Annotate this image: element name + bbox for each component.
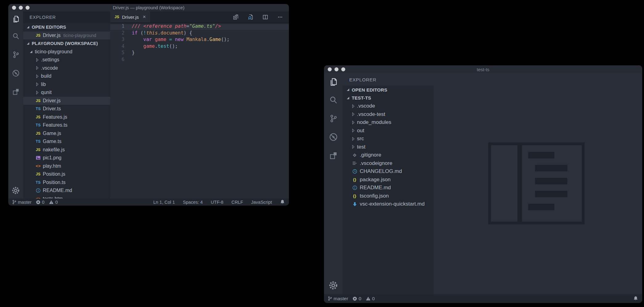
errors-icon — [36, 200, 40, 204]
tree-item-settings[interactable]: .settings — [23, 56, 110, 64]
js-file-icon: JS — [115, 15, 119, 19]
extensions-icon[interactable] — [8, 82, 23, 101]
settings-gear-icon[interactable] — [8, 186, 23, 195]
tree-section-open-editors[interactable]: OPEN EDITORS — [342, 86, 434, 94]
tree-item-readme-md[interactable]: README.md — [342, 184, 434, 192]
tree-item-vscodeignore[interactable]: .vscodeignore — [342, 159, 434, 168]
tree-item-driver-js[interactable]: JSDriver.js — [23, 97, 110, 105]
tree-item-package-json[interactable]: {}package.json — [342, 176, 434, 184]
tree-item-vscode[interactable]: .vscode — [342, 102, 434, 110]
explorer-icon[interactable] — [8, 11, 23, 27]
debug-icon[interactable] — [8, 64, 23, 82]
more-actions-icon[interactable] — [277, 14, 283, 20]
file-tree: OPEN EDITORSJSDriver.jsticino-playground… — [23, 23, 110, 199]
title-bar[interactable]: test-ts — [324, 65, 642, 73]
html-file-icon: <> — [36, 164, 41, 168]
empty-editor-area[interactable] — [434, 73, 642, 294]
extensions-icon[interactable] — [324, 146, 342, 165]
status-label: 0 — [55, 200, 58, 205]
status-warning-segment[interactable]: 0 — [49, 200, 58, 205]
tree-item-vsc-extension-quickstart-md[interactable]: vsc-extension-quickstart.md — [342, 200, 434, 208]
status-warning-segment[interactable]: 0 — [366, 296, 375, 301]
tree-section-test-ts[interactable]: TEST-TS — [342, 94, 434, 102]
tree-item-pic1-png[interactable]: pic1.png — [23, 154, 110, 162]
status-error-segment[interactable]: 0 — [353, 296, 361, 301]
tree-item-tests-htm[interactable]: <>tests.htm — [23, 195, 110, 199]
notifications-bell-icon — [633, 296, 638, 301]
tree-item-driver-js[interactable]: JSDriver.jsticino-playground — [23, 31, 110, 40]
git-file-icon — [352, 153, 357, 158]
item-label: ticino-playground — [35, 49, 72, 55]
code-editor[interactable]: 1/// <reference path="Game.ts"/>2if (!th… — [110, 23, 289, 199]
tree-item-driver-ts[interactable]: TSDriver.ts — [23, 105, 110, 113]
activity-bar — [324, 73, 342, 294]
tree-item-changelog-md[interactable]: CHANGELOG.md — [342, 167, 434, 176]
notifications-button[interactable] — [633, 296, 638, 301]
status-spaces-4[interactable]: Spaces: 4 — [183, 200, 203, 205]
tree-item-tsconfig-json[interactable]: {}tsconfig.json — [342, 192, 434, 200]
status-crlf[interactable]: CRLF — [231, 200, 243, 205]
item-label: Game.ts — [43, 139, 61, 144]
title-bar[interactable]: Driver.js — playground (Workspace) — [8, 4, 289, 11]
tree-item-node-modules[interactable]: node_modules — [342, 118, 434, 127]
item-label: Position.js — [43, 171, 65, 177]
explorer-icon[interactable] — [324, 73, 342, 91]
tree-item-qunit[interactable]: qunit — [23, 88, 110, 97]
close-tab-icon[interactable]: × — [143, 14, 146, 20]
source-control-icon[interactable] — [324, 109, 342, 128]
search-icon[interactable] — [324, 91, 342, 109]
tree-item-vscode-test[interactable]: .vscode-test — [342, 110, 434, 119]
status-error-segment[interactable]: 0 — [36, 200, 44, 205]
tree-item-test[interactable]: test — [342, 143, 434, 151]
code-line-4: 4 game.test(); — [110, 43, 289, 50]
item-label: src — [357, 136, 364, 142]
tree-item-game-ts[interactable]: TSGame.ts — [23, 137, 110, 146]
tree-item-position-js[interactable]: JSPosition.js — [23, 170, 110, 178]
split-editor-icon[interactable] — [262, 14, 269, 20]
tree-item-src[interactable]: src — [342, 135, 434, 143]
tree-item-build[interactable]: build — [23, 72, 110, 80]
search-icon[interactable] — [8, 27, 23, 45]
tab-bar: JS Driver.js × — [110, 11, 289, 23]
tree-item-out[interactable]: out — [342, 127, 434, 135]
tree-section-open-editors[interactable]: OPEN EDITORS — [23, 23, 110, 31]
tree-item-play-htm[interactable]: <>play.htm — [23, 162, 110, 170]
tree-item-features-ts[interactable]: TSFeatures.ts — [23, 121, 110, 129]
open-preview-search-icon[interactable] — [247, 14, 254, 20]
source-control-icon[interactable] — [8, 45, 23, 64]
tree-item-features-js[interactable]: JSFeatures.js — [23, 113, 110, 121]
tree-item-position-ts[interactable]: TSPosition.ts — [23, 178, 110, 187]
debug-icon[interactable] — [324, 128, 342, 146]
chevron-expanded-icon — [27, 42, 29, 45]
tree-section-playground-workspace[interactable]: PLAYGROUND (WORKSPACE) — [23, 39, 110, 48]
notifications-button[interactable] — [280, 199, 285, 205]
tree-item-gitignore[interactable]: .gitignore — [342, 151, 434, 159]
status-utf-8[interactable]: UTF-8 — [211, 200, 223, 205]
json-file-icon: {} — [353, 177, 356, 182]
tree-item-game-js[interactable]: JSGame.js — [23, 129, 110, 138]
status-label: 0 — [42, 200, 44, 205]
status-branch-segment[interactable]: master — [328, 296, 348, 301]
code-line-6: 6 — [110, 56, 289, 63]
item-label: Driver.ts — [43, 106, 61, 112]
item-label: .vscode — [357, 103, 375, 109]
tree-item-readme-md[interactable]: README.md — [23, 186, 110, 195]
explorer-sidebar: EXPLORER OPEN EDITORSJSDriver.jsticino-p… — [23, 11, 110, 199]
item-label: node_modules — [357, 119, 391, 125]
close-all-editors-icon[interactable] — [233, 14, 239, 20]
item-detail: ticino-playground — [63, 33, 96, 38]
tree-item-ticino-playground[interactable]: ticino-playground — [23, 48, 110, 56]
status-right — [625, 296, 638, 301]
settings-gear-icon[interactable] — [324, 280, 342, 290]
tree-item-vscode[interactable]: .vscode — [23, 64, 110, 72]
item-label: TEST-TS — [352, 95, 371, 100]
status-branch-segment[interactable]: master — [12, 200, 31, 205]
tab-driver-js[interactable]: JS Driver.js × — [110, 11, 150, 23]
status-ln-1-col-1[interactable]: Ln 1, Col 1 — [153, 200, 175, 205]
status-javascript[interactable]: JavaScript — [251, 200, 272, 205]
tree-item-nakefile-js[interactable]: JSnakefile.js — [23, 146, 110, 154]
watermark-editor-panel — [522, 145, 582, 222]
tree-item-lib[interactable]: lib — [23, 80, 110, 89]
warnings-icon — [366, 297, 371, 301]
window-title: Driver.js — playground (Workspace) — [8, 5, 289, 10]
